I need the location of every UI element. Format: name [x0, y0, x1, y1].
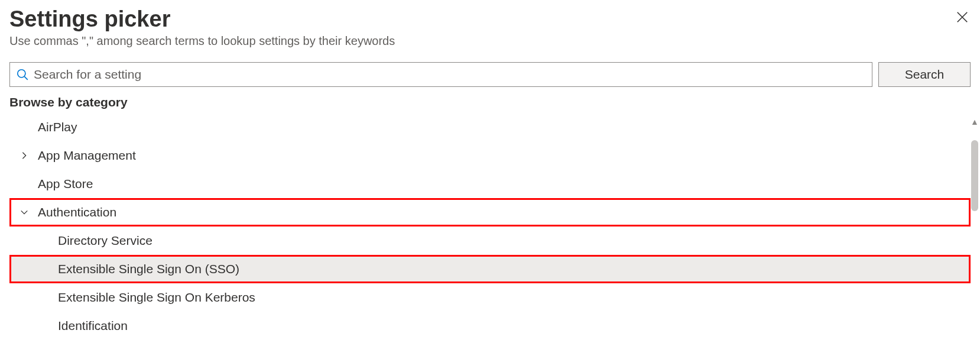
- category-tree: AirPlay App Management App Store Authent…: [9, 113, 971, 340]
- svg-line-1: [24, 76, 28, 80]
- browse-by-category-label: Browse by category: [9, 95, 971, 109]
- category-item-identification[interactable]: Identification: [9, 312, 971, 340]
- category-label: Identification: [9, 319, 128, 333]
- search-input[interactable]: [34, 67, 866, 82]
- close-button[interactable]: [954, 7, 971, 24]
- close-icon: [956, 11, 969, 25]
- category-item-authentication[interactable]: Authentication: [9, 198, 971, 226]
- search-icon: [16, 68, 29, 81]
- category-label: App Store: [9, 177, 93, 191]
- category-label: Directory Service: [9, 234, 152, 248]
- search-box[interactable]: [9, 62, 872, 87]
- search-button[interactable]: Search: [878, 62, 971, 87]
- category-item-airplay[interactable]: AirPlay: [9, 113, 971, 141]
- category-label: Extensible Single Sign On Kerberos: [9, 290, 255, 305]
- scroll-thumb[interactable]: [971, 140, 978, 211]
- category-item-directory-service[interactable]: Directory Service: [9, 226, 971, 255]
- chevron-down-icon: [19, 207, 30, 218]
- category-item-app-store[interactable]: App Store: [9, 170, 971, 198]
- category-item-app-management[interactable]: App Management: [9, 141, 971, 170]
- category-item-extensible-sso-kerberos[interactable]: Extensible Single Sign On Kerberos: [9, 283, 971, 312]
- page-title: Settings picker: [9, 7, 170, 32]
- category-item-extensible-sso[interactable]: Extensible Single Sign On (SSO): [9, 255, 971, 283]
- page-subtitle: Use commas "," among search terms to loo…: [9, 34, 971, 48]
- scrollbar[interactable]: ▲: [969, 118, 980, 211]
- scroll-up-icon: ▲: [971, 118, 979, 126]
- category-label: AirPlay: [9, 120, 77, 134]
- svg-point-0: [18, 70, 25, 77]
- chevron-right-icon: [19, 150, 30, 161]
- category-label: Extensible Single Sign On (SSO): [9, 262, 239, 276]
